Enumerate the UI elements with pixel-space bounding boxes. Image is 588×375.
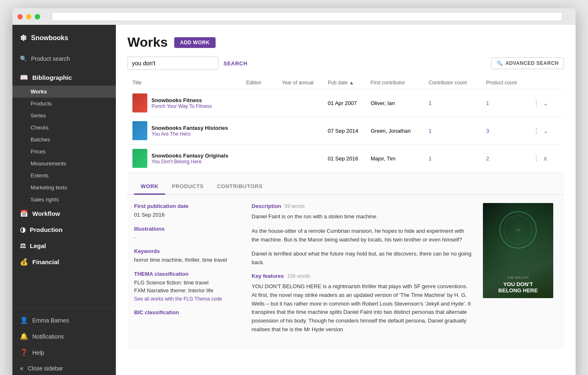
thema-see-all-link[interactable]: See all works with the FLG Thema code [134,296,222,302]
calendar-icon: 📅 [20,210,28,217]
title-cell: Snowbooks Fantasy Originals You Don't Be… [127,145,241,172]
work-title-link-2[interactable]: You Are The Hero [151,131,228,137]
illustrations-label[interactable]: Illustrations [134,226,242,232]
user-label: Emma Barnes [32,317,69,324]
sidebar-logo[interactable]: ❄ Snowbooks [12,25,116,51]
keywords-label[interactable]: Keywords [134,248,242,254]
sidebar-item-series[interactable]: Series [12,110,116,122]
bibliographic-header[interactable]: 📖 Bibliographic [12,69,116,86]
close-button[interactable] [17,14,23,19]
advanced-search-button[interactable]: 🔍 ADVANCED SEARCH [491,57,564,69]
first-pub-date-label[interactable]: First publication date [134,203,242,209]
sidebar-item-checks[interactable]: Checks [12,122,116,134]
detail-tabs: WORK PRODUCTS CONTRIBUTORS [127,172,564,195]
book-cover-image: XII TIM MAJOR YOU DON'T [483,203,553,298]
book-icon: 📖 [20,74,28,81]
book-cover-author: TIM MAJOR [498,276,538,279]
col-pub-date[interactable]: Pub date ▲ [323,76,366,89]
contributor-count-3: 1 [424,145,481,172]
maximize-button[interactable] [35,14,40,19]
first-contributor-3: Major, Tim [366,145,424,172]
table-row: Snowbooks Fantasy Originals You Don't Be… [127,145,564,172]
advanced-search-label: ADVANCED SEARCH [505,60,559,66]
help-icon: ❓ [20,349,28,356]
production-label: Production [30,226,62,233]
work-title-link-3[interactable]: You Don't Belong Here [151,159,228,165]
chevron-left-icon: « [20,365,24,372]
sidebar-logo-label: Snowbooks [31,34,68,42]
first-pub-date-value: 01 Sep 2016 [134,211,242,219]
edition-1 [241,89,277,117]
description-para-3: Daniel is terrified about what the futur… [252,250,473,267]
sidebar-item-batches[interactable]: Batches [12,134,116,146]
sidebar-item-notifications[interactable]: 🔔 Notifications [12,328,116,344]
sidebar-item-sales-rights[interactable]: Sales rights [12,193,116,205]
detail-left-column: First publication date 01 Sep 2016 Illus… [134,203,242,340]
kebab-menu-3[interactable]: ⋮ [533,155,540,162]
book-cover-1 [132,93,147,112]
user-icon: 👤 [20,316,28,324]
minimize-button[interactable] [26,14,31,19]
book-cover-title-text: YOU DON'T BELONG HERE [498,281,538,294]
sidebar-item-legal[interactable]: ⚖ Legal [12,238,116,254]
add-work-button[interactable]: ADD WORK [174,37,215,48]
col-first-contributor: First contributor [366,76,424,89]
key-features-wordcount: 156 words [287,273,310,279]
sidebar-item-works[interactable]: Works [12,86,116,98]
sidebar-bottom: 👤 Emma Barnes 🔔 Notifications ❓ Help « C… [12,308,116,375]
sidebar-item-close-sidebar[interactable]: « Close sidebar [12,361,116,375]
collapse-row-3[interactable]: ∧ [543,155,548,162]
col-year-annual: Year of annual [277,76,323,89]
title-cell: Snowbooks Fantasy Histories You Are The … [127,117,241,145]
sidebar-item-extents[interactable]: Extents [12,170,116,182]
address-bar[interactable] [52,12,562,21]
sidebar-item-workflow[interactable]: 📅 Workflow [12,205,116,222]
col-contributor-count: Contributor count [424,76,481,89]
pub-date-1: 01 Apr 2007 [323,89,366,117]
bell-icon: 🔔 [20,332,28,340]
key-features-label[interactable]: Key features [252,273,284,279]
kebab-menu-1[interactable]: ⋮ [533,99,540,107]
search-input[interactable] [127,57,218,70]
sidebar-item-prices[interactable]: Prices [12,146,116,158]
work-series-3: Snowbooks Fantasy Originals [151,153,228,159]
sidebar-item-marketing-texts[interactable]: Marketing texts [12,182,116,193]
tab-contributors[interactable]: CONTRIBUTORS [210,179,269,195]
help-label: Help [32,349,44,356]
edition-3 [241,145,277,172]
kebab-menu-2[interactable]: ⋮ [533,127,540,135]
work-series-2: Snowbooks Fantasy Histories [151,125,228,131]
edition-2 [241,117,277,145]
sidebar-item-help[interactable]: ❓ Help [12,344,116,361]
sidebar-item-financial[interactable]: 💰 Financial [12,254,116,270]
search-button[interactable]: SEARCH [223,60,247,67]
key-features-header: Key features 156 words [252,273,473,279]
production-icon: ◑ [20,226,26,234]
thema-label[interactable]: THEMA classification [134,271,242,277]
tab-work[interactable]: WORK [134,179,165,195]
table-row: Snowbooks Fantasy Histories You Are The … [127,117,564,145]
bic-label[interactable]: BIC classification [134,309,242,315]
sidebar-item-product-search[interactable]: 🔍 Product search [12,51,116,66]
work-series-1: Snowbooks Fitness [151,97,212,103]
tab-products[interactable]: PRODUCTS [165,179,210,195]
clock-circle: XII [499,211,537,248]
search-icon-small: 🔍 [497,60,503,66]
expand-row-1[interactable]: ⌄ [543,99,548,107]
book-cover-2 [132,121,147,140]
snowflake-icon: ❄ [20,33,27,43]
workflow-label: Workflow [32,210,60,217]
detail-content: First publication date 01 Sep 2016 Illus… [127,195,564,348]
sidebar-item-user[interactable]: 👤 Emma Barnes [12,312,116,328]
sidebar-item-production[interactable]: ◑ Production [12,222,116,238]
sidebar-item-measurements[interactable]: Measurements [12,158,116,170]
expanded-detail-row: WORK PRODUCTS CONTRIBUTORS [127,172,564,349]
contributor-count-2: 1 [424,117,481,145]
year-annual-2 [277,117,323,145]
expand-row-2[interactable]: ⌄ [543,127,548,135]
col-product-count: Product count [481,76,528,89]
sidebar-item-products[interactable]: Products [12,98,116,110]
description-label[interactable]: Description [252,203,281,209]
book-cover-title: TIM MAJOR YOU DON'T BELONG HERE [498,276,538,294]
work-title-link-1[interactable]: Punch Your Way To Fitness [151,103,212,109]
